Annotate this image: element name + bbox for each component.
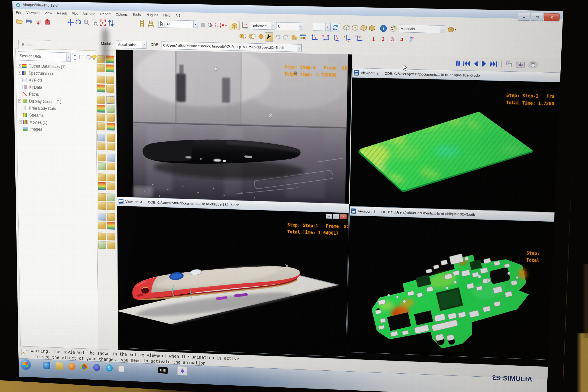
lightbulb-icon[interactable] <box>91 54 97 61</box>
ladder-icon[interactable] <box>138 19 146 28</box>
notes-icon[interactable] <box>118 365 124 372</box>
vp4-minimize-button[interactable]: ─ <box>326 214 332 218</box>
toolbox-icon[interactable] <box>98 162 106 170</box>
mail-app-icon[interactable] <box>93 364 100 371</box>
print-icon[interactable] <box>24 17 32 26</box>
spin-up-down-icon[interactable] <box>73 54 77 61</box>
triad-zy-icon[interactable]: Z <box>408 35 416 44</box>
toolbox-icon[interactable] <box>97 84 105 92</box>
start-orb[interactable] <box>20 359 31 370</box>
cube-shaded-icon[interactable] <box>359 24 368 32</box>
palette-icon[interactable] <box>389 24 397 33</box>
context-help-icon[interactable]: ↖? <box>173 13 183 18</box>
menu-plot[interactable]: Plot <box>69 11 80 16</box>
odb-path-combo[interactable]: C:/Users/jvtf84/Documents/Work/Junk/odb/… <box>161 41 302 52</box>
fit-view-icon[interactable] <box>99 18 107 27</box>
toolbox-icon[interactable] <box>106 114 114 122</box>
internet-explorer-icon[interactable] <box>44 362 50 369</box>
primary-variable-combo[interactable]: U▼ <box>276 22 303 30</box>
viewport-4-window[interactable]: Viewport: 4 ODB: C:/Users/jvtf84/Documen… <box>117 197 349 357</box>
results-tab[interactable]: Results <box>18 40 50 50</box>
toolbox-icon[interactable] <box>106 85 114 93</box>
stack-boxes-icon[interactable] <box>290 33 298 42</box>
toolbox-icon[interactable] <box>107 182 115 190</box>
menu-animate[interactable]: Animate <box>80 12 98 16</box>
camera-snapshot-icon[interactable] <box>528 61 538 69</box>
close-button[interactable] <box>544 13 560 21</box>
toolbox-icon[interactable] <box>107 202 115 210</box>
purple-diamond-icon[interactable] <box>177 366 188 376</box>
triad-xy-icon[interactable]: YX <box>310 33 320 42</box>
undo-icon[interactable] <box>274 32 281 41</box>
restore-button[interactable] <box>531 13 544 21</box>
toolbox-icon[interactable] <box>98 202 106 210</box>
skype-icon[interactable]: S <box>106 364 112 372</box>
toolbox-icon[interactable] <box>107 213 115 221</box>
info-icon[interactable]: i <box>379 24 388 33</box>
overlap-circles-icon[interactable] <box>239 32 247 40</box>
contact-circles-icon[interactable] <box>248 32 256 41</box>
toolbox-icon[interactable] <box>106 76 114 84</box>
toolbox-icon[interactable] <box>108 233 116 241</box>
export-icon[interactable] <box>44 18 52 26</box>
toolbox-icon[interactable] <box>97 76 105 84</box>
zoom-box-icon[interactable] <box>91 18 99 27</box>
toolbox-icon[interactable] <box>107 193 115 201</box>
zoom-out-icon[interactable] <box>83 18 91 27</box>
toolbox-icon[interactable] <box>97 105 105 112</box>
toolbox-icon[interactable] <box>98 182 106 190</box>
view-number-4[interactable]: 4 <box>400 36 403 43</box>
viewport-3-window[interactable]: Viewport: 3 ODB: C:/Users/jvtf84/Documen… <box>346 206 561 361</box>
toolbox-icon[interactable] <box>106 64 114 72</box>
media-player-icon[interactable] <box>68 363 75 370</box>
toolbox-icon[interactable] <box>98 193 106 201</box>
edit-region-icon[interactable] <box>214 21 222 30</box>
cube-wireframe-icon[interactable] <box>342 23 351 32</box>
previous-frame-icon[interactable] <box>474 60 479 67</box>
triad-yz-icon[interactable]: YZ <box>343 34 353 43</box>
toolbox-icon[interactable] <box>98 232 106 240</box>
menu-file[interactable]: File <box>14 10 24 14</box>
menu-tools[interactable]: Tools <box>130 12 143 17</box>
cube-filled-icon[interactable] <box>368 24 376 32</box>
session-data-selector[interactable]: Session Data▼ <box>18 52 71 62</box>
ladder-perspective-icon[interactable] <box>147 20 155 28</box>
toolbox-icon[interactable] <box>98 174 106 181</box>
toolbox-icon[interactable] <box>108 241 116 249</box>
rotate-icon[interactable] <box>75 18 83 27</box>
redo-icon[interactable] <box>282 32 290 41</box>
vp4-restore-button[interactable]: □ <box>333 214 340 219</box>
materials-combo[interactable]: Materials▼ <box>399 24 446 33</box>
new-item-icon[interactable] <box>79 54 85 60</box>
language-box[interactable] <box>158 367 168 374</box>
toolbox-icon[interactable] <box>107 162 115 170</box>
xy-mini-plot-icon[interactable]: 11919 <box>241 21 249 30</box>
menu-options[interactable]: Options <box>113 12 130 17</box>
toolbox-icon[interactable] <box>107 222 115 230</box>
sort-arrows-icon[interactable] <box>107 18 115 27</box>
view-number-2[interactable]: 2 <box>382 36 385 42</box>
toolbox-icon[interactable] <box>106 96 114 104</box>
next-frame-icon[interactable] <box>482 61 487 67</box>
minimize-button[interactable] <box>518 13 530 21</box>
module-combo[interactable]: Visualization▼ <box>116 40 146 49</box>
viewport-1[interactable]: ✕ Step: Step-1 Frame: 86Total Time: 1.72… <box>116 50 352 204</box>
viewport-2-window[interactable]: Viewport: 2 ODB: C:/Users/jvtf84/Documen… <box>350 68 561 213</box>
toolbox-icon[interactable] <box>107 174 115 182</box>
save-session-icon[interactable] <box>34 17 42 26</box>
toolbox-icon[interactable] <box>107 142 115 150</box>
toolbox-icon[interactable] <box>98 213 106 221</box>
menu-help[interactable]: Help <box>161 13 173 18</box>
sync-views-icon[interactable] <box>330 23 340 32</box>
selection-combo[interactable]: All▼ <box>158 20 198 28</box>
toolbox-icon[interactable] <box>97 114 105 121</box>
toolbox-icon[interactable] <box>106 105 114 113</box>
pause-icon[interactable] <box>456 60 460 66</box>
toolbox-icon[interactable] <box>97 96 105 104</box>
toolbox-icon[interactable] <box>98 241 106 249</box>
toolbox-icon[interactable] <box>107 154 115 162</box>
vp4-close-button[interactable]: ✕ <box>340 214 347 219</box>
toolbox-icon[interactable] <box>98 142 106 150</box>
camera-movie-icon[interactable] <box>516 61 525 68</box>
menu-report[interactable]: Report <box>98 12 113 16</box>
